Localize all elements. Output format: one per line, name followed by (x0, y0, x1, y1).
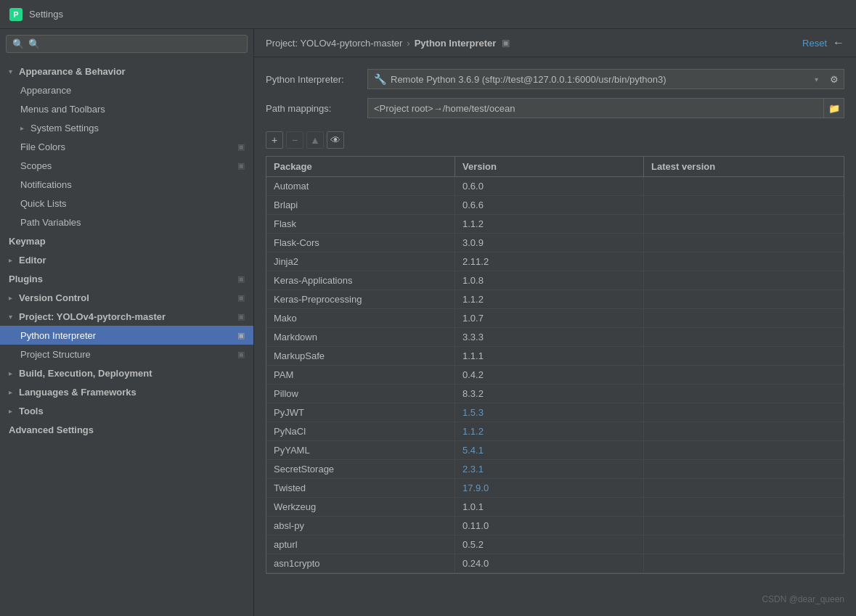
back-button[interactable]: ← (833, 36, 844, 49)
sidebar-item-menus-toolbars[interactable]: Menus and Toolbars (0, 99, 253, 118)
table-row[interactable]: Keras-Applications1.0.8 (266, 271, 844, 290)
settings-content: Python Interpreter: 🔧 Remote Python 3.6.… (254, 57, 856, 616)
table-row[interactable]: absl-py0.11.0 (266, 517, 844, 535)
sidebar-item-languages-frameworks[interactable]: ▸ Languages & Frameworks (0, 382, 253, 401)
table-row[interactable]: Twisted17.9.0 (266, 479, 844, 498)
table-body: Automat0.6.0Brlapi0.6.6Flask1.1.2Flask-C… (266, 177, 844, 573)
sidebar-item-editor[interactable]: ▸ Editor (0, 250, 253, 269)
eye-button[interactable]: 👁 (327, 131, 344, 149)
latest-version-cell (644, 517, 844, 535)
table-row[interactable]: Jinja22.11.2 (266, 252, 844, 271)
package-cell: Mako (266, 309, 455, 327)
dropdown-arrow-icon: ▾ (815, 75, 818, 83)
table-row[interactable]: Brlapi0.6.6 (266, 196, 844, 215)
add-button[interactable]: + (266, 131, 283, 149)
table-row[interactable]: Flask1.1.2 (266, 215, 844, 234)
package-cell: Flask (266, 215, 455, 233)
table-row[interactable]: MarkupSafe1.1.1 (266, 347, 844, 366)
sidebar-item-build-execution[interactable]: ▸ Build, Execution, Deployment (0, 364, 253, 382)
package-cell: Flask-Cors (266, 234, 455, 252)
package-cell: Brlapi (266, 196, 455, 214)
sidebar-item-file-colors[interactable]: File Colors ▣ (0, 137, 253, 156)
sidebar-item-quick-lists[interactable]: Quick Lists (0, 194, 253, 213)
sidebar-item-tools[interactable]: ▸ Tools (0, 401, 253, 420)
package-cell: PAM (266, 366, 455, 384)
path-mappings-value: <Project root>→/home/test/ocean (374, 103, 515, 114)
table-row[interactable]: Keras-Preprocessing1.1.2 (266, 290, 844, 309)
sidebar-item-scopes[interactable]: Scopes ▣ (0, 156, 253, 175)
sidebar-item-notifications[interactable]: Notifications (0, 175, 253, 194)
search-box[interactable]: 🔍 (6, 35, 248, 53)
table-row[interactable]: Flask-Cors3.0.9 (266, 234, 844, 252)
sidebar-item-label: Notifications (20, 179, 72, 190)
interpreter-select[interactable]: 🔧 Remote Python 3.6.9 (sftp://test@127.0… (367, 69, 825, 89)
folder-icon: 📁 (828, 103, 840, 114)
up-button[interactable]: ▲ (306, 131, 324, 149)
table-row[interactable]: Mako1.0.7 (266, 309, 844, 328)
table-row[interactable]: SecretStorage2.3.1 (266, 460, 844, 479)
version-cell: 0.11.0 (455, 517, 644, 535)
pin-icon: ▣ (237, 312, 245, 321)
sidebar-item-label: Version Control (19, 292, 89, 303)
sidebar-item-appearance-behavior[interactable]: ▾ Appearance & Behavior (0, 62, 253, 81)
table-row[interactable]: Automat0.6.0 (266, 177, 844, 196)
table-row[interactable]: PyJWT1.5.3 (266, 403, 844, 422)
remove-button[interactable]: − (286, 131, 303, 149)
table-row[interactable]: Markdown3.3.3 (266, 328, 844, 347)
table-row[interactable]: PyYAML5.4.1 (266, 441, 844, 460)
package-cell: Pillow (266, 385, 455, 403)
sidebar-item-version-control[interactable]: ▸ Version Control ▣ (0, 288, 253, 307)
sidebar-item-python-interpreter[interactable]: Python Interpreter ▣ (0, 326, 253, 345)
table-row[interactable]: Werkzeug1.0.1 (266, 498, 844, 517)
nav-tree: ▾ Appearance & Behavior Appearance Menus… (0, 59, 253, 616)
sidebar-item-project[interactable]: ▾ Project: YOLOv4-pytorch-master ▣ (0, 307, 253, 326)
package-cell: Keras-Preprocessing (266, 290, 455, 308)
sidebar-item-advanced-settings[interactable]: Advanced Settings (0, 420, 253, 439)
package-cell: MarkupSafe (266, 347, 455, 365)
breadcrumb-bar: Project: YOLOv4-pytorch-master › Python … (254, 29, 856, 57)
version-cell: 2.11.2 (455, 252, 644, 271)
breadcrumb-actions: Reset ← (802, 36, 844, 49)
package-cell: PyYAML (266, 441, 455, 459)
table-row[interactable]: Pillow8.3.2 (266, 385, 844, 403)
latest-version-cell (644, 177, 844, 195)
folder-button[interactable]: 📁 (824, 98, 844, 118)
breadcrumb-separator: › (407, 38, 409, 49)
latest-version-cell (644, 215, 844, 233)
sidebar-item-label: Tools (19, 406, 44, 416)
sidebar-item-path-variables[interactable]: Path Variables (0, 213, 253, 231)
version-cell: 1.0.8 (455, 271, 644, 289)
package-cell: Twisted (266, 479, 455, 497)
path-mappings-input[interactable]: <Project root>→/home/test/ocean (367, 98, 824, 118)
interpreter-settings-button[interactable]: ⚙ (824, 69, 844, 89)
version-cell: 0.5.2 (455, 535, 644, 554)
sidebar-item-keymap[interactable]: Keymap (0, 231, 253, 250)
latest-version-cell (644, 234, 844, 252)
col-header-version: Version (455, 157, 644, 176)
version-cell: 17.9.0 (455, 479, 644, 497)
version-cell: 1.0.7 (455, 309, 644, 327)
latest-version-cell (644, 271, 844, 289)
sidebar-item-plugins[interactable]: Plugins ▣ (0, 269, 253, 288)
table-row[interactable]: PAM0.4.2 (266, 366, 844, 385)
breadcrumb-project: Project: YOLOv4-pytorch-master (266, 38, 402, 49)
sidebar-item-appearance[interactable]: Appearance (0, 81, 253, 99)
chevron-right-icon: ▸ (20, 124, 30, 132)
pin-icon: ▣ (237, 350, 245, 359)
table-row[interactable]: asn1crypto0.24.0 (266, 554, 844, 573)
chevron-down-icon: ▾ (9, 67, 19, 75)
latest-version-cell (644, 460, 844, 478)
sidebar-item-system-settings[interactable]: ▸ System Settings (0, 118, 253, 137)
version-cell: 5.4.1 (455, 441, 644, 459)
search-input[interactable] (28, 38, 241, 49)
panel-icon: ▣ (502, 38, 510, 48)
package-cell: Werkzeug (266, 498, 455, 516)
sidebar-item-project-structure[interactable]: Project Structure ▣ (0, 345, 253, 364)
table-row[interactable]: apturl0.5.2 (266, 535, 844, 554)
table-row[interactable]: PyNaCl1.1.2 (266, 422, 844, 441)
version-cell: 8.3.2 (455, 385, 644, 403)
sidebar-item-label: Advanced Settings (9, 424, 94, 435)
interpreter-icon: 🔧 (374, 73, 386, 85)
reset-button[interactable]: Reset (802, 38, 827, 49)
sidebar-item-label: Project Structure (20, 349, 91, 360)
